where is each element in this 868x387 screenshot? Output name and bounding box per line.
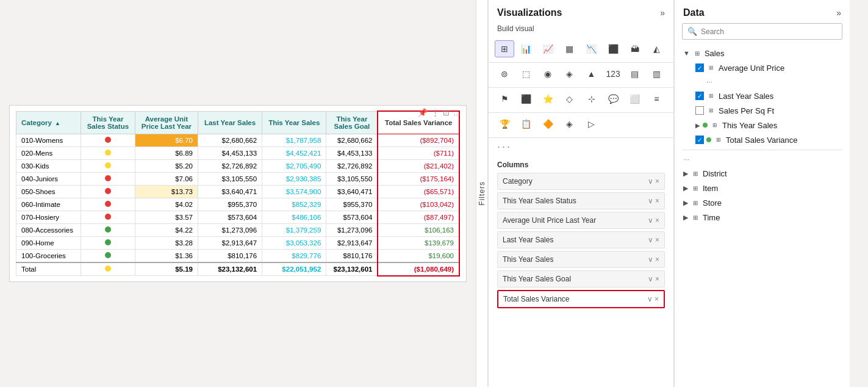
chart-btn-27[interactable]: 🔶	[538, 115, 558, 132]
cell-avg-unit: $6.89	[135, 146, 198, 159]
chart-btn-9[interactable]: ⊚	[495, 65, 514, 82]
chart-btn-30[interactable]	[603, 115, 623, 132]
table-row: 090-Home $3.28 $2,913,647 $3,053,326 $2,…	[16, 236, 460, 249]
data-expand-btn[interactable]: »	[836, 8, 841, 18]
tree-item-sales[interactable]: ▼ ⊞ Sales	[682, 46, 842, 60]
checkbox-avg-unit[interactable]: ✓	[695, 63, 704, 72]
th-category[interactable]: Category ▲	[16, 111, 81, 134]
tree-sub-dots: ···	[682, 75, 842, 89]
chart-btn-22[interactable]: 💬	[603, 90, 623, 107]
chart-btn-12[interactable]: ◈	[560, 65, 579, 82]
search-box[interactable]: 🔍	[682, 23, 842, 40]
table-icon-store: ⊞	[690, 198, 700, 208]
column-label-this-yr: This Year Sales	[503, 255, 553, 264]
th-last-year-sales[interactable]: Last Year Sales	[198, 111, 262, 134]
search-icon: 🔍	[687, 27, 697, 36]
tree-sub-last-yr-sales[interactable]: ✓ ⊞ Last Year Sales	[682, 89, 842, 103]
tree-sub-sales-per-sqft[interactable]: ⊞ Sales Per Sq Ft	[682, 103, 842, 118]
tree-item-store[interactable]: ▶ ⊞ Store	[682, 195, 842, 210]
cell-last-yr: $955,370	[198, 198, 262, 211]
chart-btn-5[interactable]: 📉	[582, 40, 601, 57]
cell-variance: ($87,497)	[378, 211, 459, 223]
tree-sub-total-variance[interactable]: ✓ ⊞ Total Sales Variance	[682, 132, 842, 147]
cell-avg-unit: $3.28	[135, 236, 198, 249]
viz-icon-grid-2: ⊚ ⬚ ◉ ◈ ▲ 123 ▤ ▥	[489, 63, 673, 88]
data-table: Category ▲ This YearSales Status Average…	[16, 110, 460, 277]
tree-item-time[interactable]: ▶ ⊞ Time	[682, 210, 842, 225]
more-icon[interactable]: …	[453, 108, 461, 117]
column-item-category[interactable]: Category ∨ ×	[497, 173, 665, 190]
chart-btn-8[interactable]: ◭	[647, 40, 666, 57]
chart-btn-29[interactable]: ▷	[582, 115, 601, 132]
tree-item-item[interactable]: ▶ ⊞ Item	[682, 181, 842, 195]
label-sales-per-sqft: Sales Per Sq Ft	[719, 106, 841, 115]
chart-btn-23[interactable]: ⬜	[625, 90, 645, 107]
chart-btn-28[interactable]: ◈	[560, 115, 579, 132]
checkbox-last-yr-sales[interactable]: ✓	[695, 92, 704, 100]
chart-btn-3[interactable]: 📈	[538, 40, 558, 57]
tree-item-district[interactable]: ▶ ⊞ District	[682, 166, 842, 181]
chart-btn-4[interactable]: ▦	[560, 40, 579, 57]
chart-btn-24[interactable]: ≡	[647, 90, 666, 107]
data-panel: Data » 🔍 ▼ ⊞ Sales ✓ ⊞ Average Unit Pric…	[674, 0, 850, 387]
column-item-this-yr-sales[interactable]: This Year Sales ∨ ×	[497, 251, 665, 268]
table-row: 050-Shoes $13.73 $3,640,471 $3,574,900 $…	[16, 185, 460, 198]
cell-this-yr: $3,574,900	[262, 185, 326, 198]
chart-btn-14[interactable]: 123	[603, 65, 623, 82]
column-item-this-year-status[interactable]: This Year Sales Status ∨ ×	[497, 192, 665, 209]
th-this-year-sales-status[interactable]: This YearSales Status	[81, 111, 135, 134]
th-this-year-sales[interactable]: This Year Sales	[262, 111, 326, 134]
column-item-avg-unit[interactable]: Average Unit Price Last Year ∨ ×	[497, 212, 665, 229]
column-actions-this-yr-goal: ∨ ×	[648, 275, 659, 283]
chart-btn-16[interactable]: ▥	[647, 65, 666, 82]
pin-icon[interactable]: 📌	[418, 108, 428, 117]
chart-btn-6[interactable]: ⬛	[603, 40, 623, 57]
chart-btn-26[interactable]: 📋	[517, 115, 536, 132]
chart-btn-13[interactable]: ▲	[582, 65, 601, 82]
th-this-year-goal[interactable]: This YearSales Goal	[326, 111, 378, 134]
chart-btn-19[interactable]: ⭐	[538, 90, 558, 107]
calc-icon-last-yr: ⊞	[706, 91, 716, 101]
checkbox-sales-sqft[interactable]	[695, 106, 704, 115]
filters-label: Filters	[478, 181, 486, 206]
bar-chart-btn[interactable]: 📊	[517, 40, 536, 57]
chart-btn-31[interactable]	[625, 115, 645, 132]
cell-last-yr: $810,176	[198, 249, 262, 262]
cell-variance: ($65,571)	[378, 185, 459, 198]
checkbox-total-variance[interactable]: ✓	[695, 136, 704, 144]
chevron-down-icon: ▼	[683, 49, 690, 57]
chart-btn-10[interactable]: ⬚	[517, 65, 536, 82]
th-avg-unit-price[interactable]: Average UnitPrice Last Year	[135, 111, 198, 134]
columns-section: Columns Category ∨ × This Year Sales Sta…	[489, 156, 673, 316]
cell-last-yr: $4,453,133	[198, 146, 262, 159]
search-input[interactable]	[701, 27, 837, 36]
chart-btn-17[interactable]: ⚑	[495, 90, 514, 107]
column-item-last-yr-sales[interactable]: Last Year Sales ∨ ×	[497, 231, 665, 248]
cell-last-yr: $2,680,662	[198, 134, 262, 146]
chart-btn-11[interactable]: ◉	[538, 65, 558, 82]
chart-btn-21[interactable]: ⊹	[582, 90, 601, 107]
chart-btn-15[interactable]: ▤	[625, 65, 645, 82]
tree-sub-avg-unit[interactable]: ✓ ⊞ Average Unit Price	[682, 60, 842, 75]
status-dot	[105, 252, 111, 258]
tree-sub-this-yr-sales[interactable]: ▶ ⊞ This Year Sales	[682, 118, 842, 132]
table-viz-btn[interactable]: ⊞	[495, 40, 514, 57]
chart-btn-32[interactable]	[647, 115, 666, 132]
column-item-total-variance[interactable]: Total Sales Variance ∨ ×	[497, 290, 665, 308]
filter-icon[interactable]: ⋮	[431, 108, 439, 117]
chart-btn-20[interactable]: ◇	[560, 90, 579, 107]
column-item-this-yr-goal[interactable]: This Year Sales Goal ∨ ×	[497, 270, 665, 288]
expand-icon[interactable]: ⊡	[443, 108, 450, 117]
tree-label-district: District	[703, 169, 841, 178]
viz-collapse-btn[interactable]: »	[660, 8, 665, 18]
label-last-yr-sales: Last Year Sales	[719, 92, 841, 101]
filters-panel[interactable]: Filters	[476, 0, 488, 387]
cell-category: 080-Accessories	[16, 223, 81, 236]
chart-btn-25[interactable]: 🏆	[495, 115, 514, 132]
table-icon-variance: ⊞	[714, 135, 723, 145]
chart-btn-18[interactable]: ⬛	[517, 90, 536, 107]
cell-category: 040-Juniors	[16, 172, 81, 185]
table-icon-sales: ⊞	[692, 48, 702, 58]
cell-status	[81, 198, 135, 211]
chart-btn-7[interactable]: 🏔	[625, 40, 645, 57]
